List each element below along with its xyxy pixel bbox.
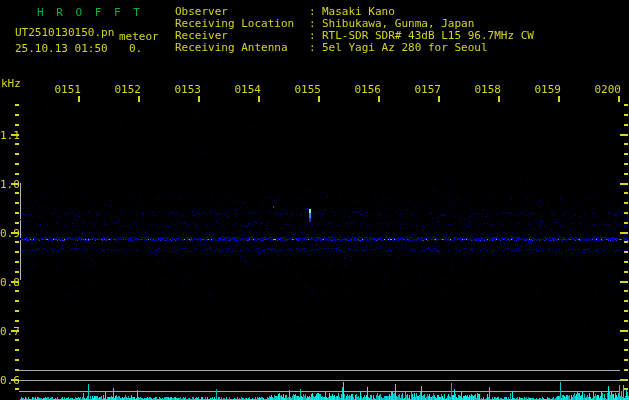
freq-tick-label: 0.7 — [0, 326, 20, 337]
freq-minor-tick-left — [15, 388, 19, 390]
freq-major-tick-right — [620, 330, 628, 332]
app-title: H R O F F T — [37, 7, 143, 18]
freq-minor-tick-left — [15, 290, 19, 292]
freq-minor-tick-left — [15, 349, 19, 351]
freq-minor-tick-right — [624, 163, 628, 165]
time-tick-mark — [438, 96, 440, 102]
time-tick-label: 0200 — [593, 84, 621, 95]
freq-minor-tick-left — [15, 192, 19, 194]
time-tick-label: 0152 — [113, 84, 141, 95]
freq-minor-tick-left — [15, 104, 19, 106]
freq-minor-tick-right — [624, 310, 628, 312]
freq-minor-tick-left — [15, 241, 19, 243]
info-label-location: Receiving Location — [175, 18, 294, 29]
freq-axis-unit: kHz — [1, 78, 21, 89]
freq-major-tick-right — [620, 232, 628, 234]
time-tick-mark — [618, 96, 620, 102]
freq-minor-tick-left — [15, 300, 19, 302]
freq-minor-tick-left — [15, 261, 19, 263]
freq-minor-tick-left — [15, 222, 19, 224]
freq-minor-tick-left — [15, 339, 19, 341]
time-tick-label: 0151 — [53, 84, 81, 95]
info-separator: : — [309, 18, 316, 29]
freq-minor-tick-right — [624, 271, 628, 273]
freq-minor-tick-left — [15, 163, 19, 165]
time-tick-mark — [318, 96, 320, 102]
freq-minor-tick-right — [624, 369, 628, 371]
freq-minor-tick-right — [624, 104, 628, 106]
time-tick-mark — [198, 96, 200, 102]
freq-minor-tick-right — [624, 241, 628, 243]
time-tick-label: 0154 — [233, 84, 261, 95]
observation-datetime: 25.10.13 01:50 — [15, 43, 108, 54]
info-label-observer: Observer — [175, 6, 228, 17]
time-tick-mark — [138, 96, 140, 102]
info-label-receiver: Receiver — [175, 30, 228, 41]
freq-minor-tick-right — [624, 320, 628, 322]
info-separator: : — [309, 6, 316, 17]
info-separator: : — [309, 30, 316, 41]
freq-minor-tick-right — [624, 300, 628, 302]
info-separator: : — [309, 42, 316, 53]
freq-minor-tick-left — [15, 202, 19, 204]
freq-minor-tick-right — [624, 251, 628, 253]
echo-counter: 0. — [129, 43, 142, 54]
info-label-antenna: Receiving Antenna — [175, 42, 288, 53]
freq-minor-tick-right — [624, 114, 628, 116]
freq-minor-tick-left — [15, 359, 19, 361]
filename: UT2510130150.pn — [15, 27, 114, 38]
freq-major-tick-right — [620, 134, 628, 136]
freq-minor-tick-right — [624, 222, 628, 224]
info-value-antenna: 5el Yagi Az 280 for Seoul — [322, 42, 488, 53]
time-tick-label: 0159 — [533, 84, 561, 95]
freq-minor-tick-left — [15, 124, 19, 126]
freq-major-tick-right — [620, 379, 628, 381]
freq-minor-tick-right — [624, 124, 628, 126]
time-tick-label: 0156 — [353, 84, 381, 95]
freq-major-tick-right — [620, 281, 628, 283]
info-value-location: Shibukawa, Gunma, Japan — [322, 18, 474, 29]
freq-minor-tick-right — [624, 339, 628, 341]
freq-minor-tick-right — [624, 192, 628, 194]
freq-minor-tick-left — [15, 153, 19, 155]
freq-minor-tick-left — [15, 114, 19, 116]
info-value-receiver: RTL-SDR SDR# 43dB L15 96.7MHz CW — [322, 30, 534, 41]
freq-minor-tick-right — [624, 290, 628, 292]
freq-minor-tick-right — [624, 359, 628, 361]
freq-minor-tick-right — [624, 153, 628, 155]
freq-minor-tick-left — [15, 173, 19, 175]
time-tick-label: 0157 — [413, 84, 441, 95]
freq-minor-tick-right — [624, 143, 628, 145]
freq-tick-label: 0.9 — [0, 228, 20, 239]
freq-minor-tick-right — [624, 212, 628, 214]
hrofft-window: H R O F F T UT2510130150.pn meteor 25.10… — [0, 0, 629, 400]
time-tick-mark — [258, 96, 260, 102]
freq-minor-tick-left — [15, 369, 19, 371]
freq-tick-label: 1.0 — [0, 179, 20, 190]
time-tick-label: 0158 — [473, 84, 501, 95]
freq-minor-tick-left — [15, 143, 19, 145]
time-tick-mark — [78, 96, 80, 102]
freq-minor-tick-right — [624, 261, 628, 263]
time-tick-mark — [378, 96, 380, 102]
freq-tick-label: 1.1 — [0, 130, 20, 141]
spectrogram-canvas — [0, 0, 629, 400]
time-tick-mark — [558, 96, 560, 102]
time-tick-mark — [498, 96, 500, 102]
station-name: meteor — [119, 31, 159, 42]
freq-minor-tick-right — [624, 173, 628, 175]
freq-minor-tick-left — [15, 212, 19, 214]
freq-minor-tick-left — [15, 271, 19, 273]
freq-minor-tick-right — [624, 202, 628, 204]
freq-minor-tick-left — [15, 310, 19, 312]
freq-tick-label: 0.6 — [0, 375, 20, 386]
freq-minor-tick-left — [15, 320, 19, 322]
freq-minor-tick-left — [15, 251, 19, 253]
time-tick-label: 0155 — [293, 84, 321, 95]
freq-tick-label: 0.8 — [0, 277, 20, 288]
freq-minor-tick-right — [624, 388, 628, 390]
freq-major-tick-right — [620, 183, 628, 185]
freq-minor-tick-right — [624, 349, 628, 351]
info-value-observer: Masaki Kano — [322, 6, 395, 17]
time-tick-label: 0153 — [173, 84, 201, 95]
